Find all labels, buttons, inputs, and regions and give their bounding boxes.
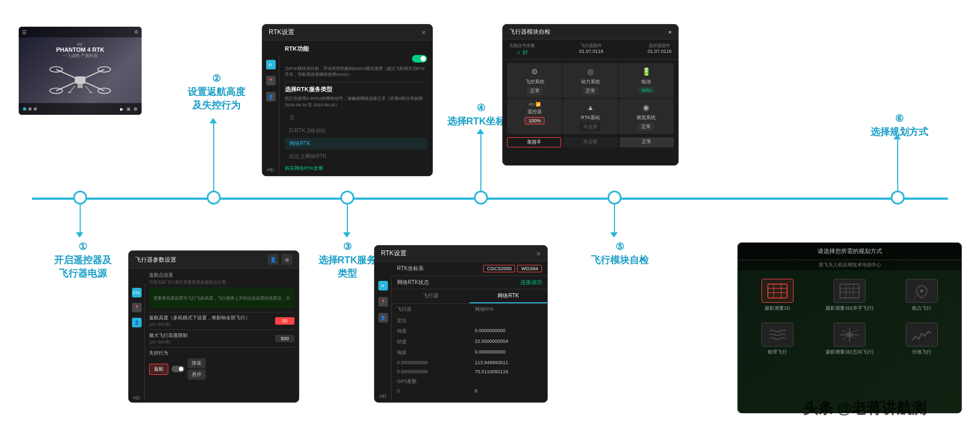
planning-label-2d: 摄影测量2D [765, 305, 790, 312]
rtk-network-status-label: 网络RTK状态 [397, 279, 429, 286]
cell-rtk-station: ▲ RTK基站 未连接 [563, 99, 618, 134]
cell-label-remote: 遥控器 [527, 108, 542, 115]
rtk-bottom-header: RTK设置 × [375, 246, 547, 262]
planning-icon-waypoint [906, 279, 938, 303]
rtk-service-type-label: 选择RTK服务类型 [285, 85, 427, 93]
rtk-gps-v2: 0 [470, 387, 548, 395]
rtk-tab-aircraft[interactable]: 飞行器 [392, 289, 470, 303]
rtk-bottom-icon-2: 📍 [378, 297, 388, 307]
flight-control-icon: ⚙ [530, 66, 540, 77]
svg-rect-9 [77, 84, 83, 88]
rtk-option-network[interactable]: 网络RTK [285, 138, 427, 150]
planning-icon-2d [761, 279, 794, 303]
rtk-bottom-coord-label: RTK坐标系 [397, 265, 424, 272]
planning-label-3d-five: 摄影测量3D(五向飞行) [826, 349, 874, 356]
rtk-buy-link[interactable]: 购买网络RTK套餐 [285, 163, 427, 174]
rtk-settings-content: RTK功能 当RTK模块供目前，手动关闭切换到GNSS模式使用（超过飞机再开启R… [279, 41, 432, 176]
selfcheck-bottom-row: 美国手 未连接 正常 [503, 137, 678, 152]
rtk-toggle[interactable] [412, 55, 427, 62]
connector-1-down [80, 205, 81, 234]
rtk-gps-v1: 0 [392, 387, 470, 395]
planning-title: 请选择您所需的规划方式 [742, 247, 957, 255]
rtk-close-icon[interactable]: × [422, 28, 426, 37]
planning-item-waypoint[interactable]: 航点飞行 [887, 274, 957, 316]
timeline-line [32, 198, 948, 200]
cell-status-battery: 99% [638, 87, 654, 93]
rtk-icon-3: 👤 [266, 92, 276, 101]
rtk-extra-c2r2: 70.5110092116 [470, 367, 548, 376]
planning-label-strip: 航带飞行 [768, 349, 787, 356]
planning-item-strip[interactable]: 航带飞行 [742, 318, 812, 360]
params-sidebar-rtk: RTK [132, 288, 142, 297]
rtk-tabs: 飞行器 网络RTK [392, 289, 547, 304]
node-1 [73, 191, 87, 205]
params-content: 返航点设置 可按实际飞行器位置重新更改返航点位置。 需要将高度设置为飞行飞机高度… [145, 269, 299, 383]
params-max-height-value[interactable]: 500 [275, 335, 294, 342]
lost-hover-btn[interactable]: 悬停 [188, 370, 206, 380]
rtk-data-grid: 飞行器 网络RTK 定位 纬度 0.0000000000 经度 22.55000… [392, 304, 547, 358]
power-icon: ◎ [585, 66, 596, 77]
rtk-header: RTK设置 × [262, 25, 432, 41]
rtk-network-status-val: 连接成功 [520, 279, 542, 286]
rtk-data-lat-v1: 0.0000000000 [470, 326, 548, 337]
selfcheck-grid: ⚙ 飞控系统 正常 ◎ 动力系统 正常 🔋 电池 99% 4G📶 遥控器 100… [503, 60, 678, 137]
connector-4-up [480, 133, 481, 191]
params-lost-options: 返航 降落 悬停 [149, 358, 294, 380]
rtk-data-lon-v1: 22.5500000054 [470, 337, 548, 348]
lost-toggle[interactable] [172, 366, 184, 372]
rtk-extra-c1r2: 0.0000000000 [392, 367, 470, 376]
connector-5-down [614, 205, 615, 234]
rtk-service-hint: 您正在使用D-RTK2的网络信号，请确保网络连接正常（距离A部分有效期2018-… [285, 96, 427, 107]
rtk-tab-network[interactable]: 网络RTK [470, 289, 548, 303]
rtk-bottom-coord-val2: WGS84 [517, 265, 542, 272]
planning-item-3d-five[interactable]: 摄影测量3D(五向飞行) [814, 318, 884, 360]
rtk-col-network: 网络RTK [470, 304, 548, 316]
selfcheck-header: 飞行器模块自检 × [503, 25, 678, 40]
svg-line-11 [85, 86, 91, 92]
params-header: 飞行器参数设置 👤 ⊕ [129, 251, 299, 269]
params-return-height-value[interactable]: 50 [275, 317, 294, 325]
selfcheck-close[interactable]: × [668, 29, 672, 35]
planning-company: 慧飞无人机应用技术培训中心 [738, 260, 961, 270]
planning-label-3d-well: 摄影测量3D(井字飞行) [826, 305, 874, 312]
rtk-extra-c1r1: 0.0000000000 [392, 358, 470, 367]
panel-planning: 请选择您所需的规划方式 慧飞无人机应用技术培训中心 摄影测量2D [737, 242, 962, 413]
rtk-data-pos-val [470, 316, 548, 326]
rtk-option-none[interactable]: 无 [285, 112, 427, 124]
planning-item-terrain[interactable]: 仿地飞行 [887, 318, 957, 360]
rtk-data-pos-label: 定位 [392, 316, 470, 326]
step-5-label: ⑤ 飞行模块自检 [566, 240, 673, 267]
vision-icon: ◉ [641, 102, 651, 113]
rtk-function-desc: 当RTK模块供目前，手动关闭切换到GNSS模式使用（超过飞机再开启RTK开关，导… [285, 66, 427, 77]
step-1-label: ① 开启遥控器及 飞行器电源 [32, 240, 134, 281]
rtk-bottom-content: RTK坐标系 CGCS2000 WGS84 网络RTK状态 连接成功 飞行器 网… [392, 262, 547, 395]
params-title: 飞行器参数设置 [135, 256, 176, 264]
svg-rect-8 [75, 76, 85, 84]
rtk-sidebar: R 📍 👤 HD [262, 56, 279, 176]
planning-item-2d[interactable]: 摄影测量2D [742, 274, 812, 316]
rtk-option-custom[interactable]: 自定义网络RTK [285, 151, 427, 162]
rtk-bottom-title: RTK设置 [381, 249, 407, 258]
planning-icon-strip [761, 323, 794, 347]
params-sidebar-user: 👤 [132, 318, 142, 327]
cell-status-power: 正常 [582, 87, 598, 95]
lost-return-btn[interactable]: 返航 [149, 364, 168, 375]
rtk-option-drtk2[interactable]: D-RTK 2移动站 [285, 125, 427, 137]
panel-rtk-settings-top: RTK设置 × R 📍 👤 HD RTK功能 当RTK模块供目前，手动关闭切换到… [262, 24, 433, 176]
cell-vision: ◉ 视觉系统 正常 [619, 99, 674, 134]
cell-status-rtk-station: 未连接 [580, 123, 601, 131]
rtk-bottom-close[interactable]: × [536, 249, 541, 258]
planning-label-waypoint: 航点飞行 [912, 305, 931, 312]
params-max-height-label: 最大飞行高度限制(20~500米) [149, 332, 188, 345]
rtk-col-aircraft: 飞行器 [392, 304, 470, 316]
connector-6-up [897, 139, 898, 191]
rtk-bottom-hd: HD [379, 394, 386, 403]
rtk-bottom-icon-1: R [378, 281, 388, 290]
rtk-data-lat-label: 纬度 [392, 326, 470, 337]
panel-rtk-settings-bottom: RTK设置 × R 📍 👤 HD RTK坐标系 CGCS2000 WGS84 [374, 245, 548, 403]
arrow-1 [76, 232, 83, 238]
params-sidebar: RTK 📍 👤 HD [129, 284, 145, 403]
planning-item-3d-well[interactable]: 摄影测量3D(井字飞行) [814, 274, 884, 316]
lost-land-btn[interactable]: 降落 [188, 358, 206, 368]
bottom-rtk-connect: 未连接 [563, 137, 617, 147]
